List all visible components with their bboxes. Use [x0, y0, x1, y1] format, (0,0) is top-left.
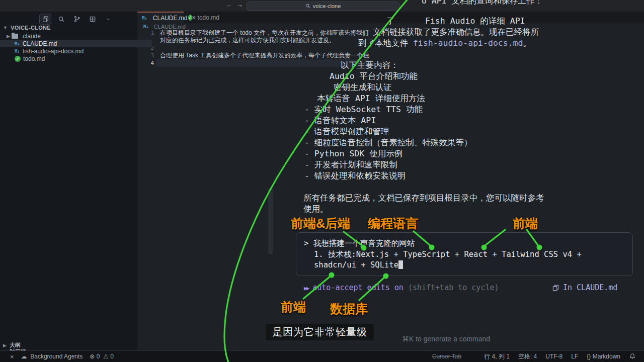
- layout-icon[interactable]: [87, 14, 98, 24]
- sidebar-item-claude-md[interactable]: M↓ CLAUDE.md: [0, 40, 152, 47]
- markdown-icon: M↓: [15, 41, 20, 46]
- language-indicator[interactable]: {} Markdown: [587, 353, 620, 360]
- tab-claude-md[interactable]: M↓ CLAUDE.md ✕: [137, 12, 184, 23]
- chat-line: 了: [386, 16, 395, 27]
- chat-line: - 细粒度语音控制（音素控制、特殊效果等）: [304, 137, 472, 148]
- braces-icon: {}: [587, 353, 591, 360]
- text-cursor: [398, 260, 403, 269]
- line-number: 4: [137, 59, 154, 67]
- editor-scrollbar[interactable]: [268, 188, 273, 254]
- workspace-root[interactable]: ▼ VOICE-CLONE: [3, 25, 51, 31]
- background-agents-button[interactable]: ☁ Background Agents: [21, 353, 83, 360]
- context-location: In CLAUDE.md: [552, 283, 617, 292]
- markdown-icon: M↓: [142, 16, 147, 21]
- indentation-indicator[interactable]: 空格: 4: [518, 352, 537, 361]
- chat-line: - 语音转文本 API: [304, 115, 376, 126]
- status-bar: × ☁ Background Agents ⊗ 0 ⚠ 0 Cursor Tab…: [0, 350, 644, 362]
- cloud-icon: ☁: [21, 353, 27, 360]
- chat-line: - Python SDK 使用示例: [304, 148, 403, 159]
- double-play-icon: ▶▶: [304, 285, 308, 292]
- files-icon[interactable]: [39, 14, 51, 25]
- remote-window-icon[interactable]: ×: [10, 353, 14, 360]
- chat-line: - 错误处理和依赖安装说明: [304, 170, 406, 182]
- editor-line[interactable]: 合理使用 Task 工具创建多个子代理来提高开发的效率，每个子代理负责一个独立的…: [160, 52, 369, 59]
- encoding-indicator[interactable]: UTF-8: [545, 353, 562, 360]
- sidebar-item-claude-folder[interactable]: ▶ .claude: [0, 32, 144, 40]
- app-window: ← → voice-clone ▼ VOICE-CLONE ▶ .claude …: [0, 0, 644, 362]
- sidebar-item-fish-audio-api-docs[interactable]: M↓ fish-audio-api-docs.md: [0, 47, 152, 55]
- chevron-right-icon: ▶: [7, 34, 10, 39]
- editor-line[interactable]: 在项目根目录下我创建了一个 todo 文件，每次在开发之前，你都应该先将我们商量…: [160, 29, 369, 37]
- chat-line: - 开发者计划和速率限制: [304, 159, 397, 170]
- explorer-sidebar: ▼ VOICE-CLONE ▶ .claude M↓ CLAUDE.md M↓ …: [0, 12, 137, 350]
- folder-icon: [12, 34, 18, 39]
- file-link[interactable]: fish-audio-api-docs.md: [413, 38, 523, 48]
- markdown-icon: M↓: [143, 24, 149, 29]
- annotation-frontend-top: 前端: [513, 215, 538, 232]
- chat-line: - 实时 WebSocket TTS 功能: [304, 104, 423, 115]
- search-icon[interactable]: [56, 14, 67, 24]
- back-icon[interactable]: ←: [226, 1, 232, 9]
- chat-line: 以下主要内容：: [341, 60, 399, 71]
- chat-line: Fish Audio 的详细 API: [425, 16, 525, 27]
- warnings-icon: ⚠: [103, 353, 109, 360]
- copy-icon: [552, 285, 559, 291]
- chat-line: Audio 平台介绍和功能: [330, 71, 418, 82]
- chat-line: o API 文档的查询和保存工作：: [422, 0, 543, 7]
- chat-line: 本转语音 API 详细使用方法: [317, 93, 425, 104]
- forward-icon[interactable]: →: [236, 1, 243, 9]
- annotation-database: 数据库: [330, 301, 368, 317]
- chat-line: - 语音模型创建和管理: [304, 126, 389, 137]
- video-subtitle: 是因为它非常轻量级: [266, 324, 374, 340]
- chat-line: 文档链接获取了更多准确信息。现在已经将所: [373, 27, 539, 38]
- chevron-down-icon[interactable]: [103, 14, 114, 24]
- chat-line: 使用。: [303, 204, 329, 215]
- errors-icon: ⊗: [90, 353, 95, 360]
- check-circle-icon: ✓: [15, 56, 21, 62]
- chat-line: 所有任务都已完成，文档已保存到项目根目录中，您可以随时参考: [303, 193, 544, 204]
- input-line-3: shadcn/ui + SQLite: [314, 260, 403, 269]
- command-search-box[interactable]: voice-clone: [247, 2, 399, 11]
- title-bar: ← → voice-clone: [0, 0, 644, 12]
- line-number: 3: [137, 52, 154, 59]
- auto-accept-status[interactable]: ▶▶auto-accept edits on (shift+tab to cyc…: [304, 283, 499, 292]
- search-value: voice-clone: [313, 3, 341, 9]
- eol-indicator[interactable]: LF: [571, 353, 578, 360]
- chat-line-file: 到了本地文件 fish-audio-api-docs.md。: [358, 38, 531, 49]
- chevron-right-icon: ▶: [3, 343, 7, 348]
- tab-todo-md[interactable]: ✓ todo.md: [184, 12, 223, 23]
- chat-line: 密钥生成和认证: [334, 82, 392, 93]
- input-line-1: > 我想搭建一个声音克隆的网站: [304, 238, 415, 249]
- search-icon: [305, 4, 310, 9]
- check-circle-icon: ✓: [188, 15, 192, 21]
- markdown-icon: M↓: [15, 49, 20, 54]
- input-line-2: 1. 技术栈:Next.js + TypeScript + React + Ta…: [314, 249, 582, 260]
- sidebar-item-todo-md[interactable]: ✓ todo.md: [0, 55, 152, 62]
- editor-line[interactable]: 对应的任务标记为已完成，这样可以方便我们实时跟踪开发进度。: [160, 37, 369, 44]
- chevron-down-icon: ▼: [3, 25, 8, 30]
- source-control-icon[interactable]: [71, 14, 83, 24]
- annotation-programming-language: 编程语言: [368, 215, 418, 232]
- annotation-frontend-backend: 前端&后端: [291, 215, 350, 232]
- command-hint: ⌘K to generate a command: [402, 335, 490, 343]
- problems-indicator[interactable]: ⊗ 0 ⚠ 0: [90, 353, 114, 360]
- line-number: 1: [137, 29, 154, 37]
- line-col-indicator[interactable]: 行 4, 列 1: [484, 352, 510, 361]
- annotation-frontend-bottom: 前端: [281, 299, 306, 315]
- current-line-highlight: [156, 59, 369, 67]
- line-number: 2: [137, 44, 154, 52]
- notifications-bell-icon[interactable]: [629, 353, 636, 360]
- cursor-tab-indicator[interactable]: Cursor Tab: [432, 353, 461, 360]
